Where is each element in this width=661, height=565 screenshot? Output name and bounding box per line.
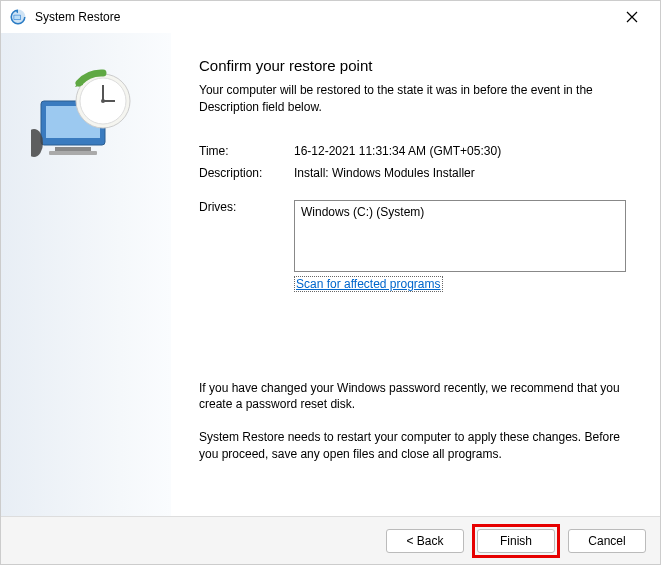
main-panel: Confirm your restore point Your computer…: [171, 33, 660, 516]
scan-link-row: Scan for affected programs: [294, 276, 632, 292]
content-area: Confirm your restore point Your computer…: [1, 33, 660, 516]
system-restore-icon: [9, 8, 27, 26]
page-heading: Confirm your restore point: [199, 57, 632, 74]
svg-point-12: [101, 99, 105, 103]
close-icon: [626, 11, 638, 23]
footer: < Back Finish Cancel: [1, 516, 660, 565]
svg-rect-5: [55, 147, 91, 151]
svg-rect-2: [14, 16, 20, 20]
close-button[interactable]: [612, 3, 652, 31]
time-row: Time: 16-12-2021 11:31:34 AM (GMT+05:30): [199, 144, 632, 158]
drives-label: Drives:: [199, 200, 294, 272]
time-label: Time:: [199, 144, 294, 158]
back-button[interactable]: < Back: [386, 529, 464, 553]
description-value: Install: Windows Modules Installer: [294, 166, 632, 180]
window-title: System Restore: [35, 10, 612, 24]
titlebar: System Restore: [1, 1, 660, 33]
description-label: Description:: [199, 166, 294, 180]
password-info-text: If you have changed your Windows passwor…: [199, 380, 632, 414]
finish-button[interactable]: Finish: [477, 529, 555, 553]
info-block: If you have changed your Windows passwor…: [199, 380, 632, 463]
finish-highlight: Finish: [472, 524, 560, 558]
cancel-button[interactable]: Cancel: [568, 529, 646, 553]
restart-info-text: System Restore needs to restart your com…: [199, 429, 632, 463]
drive-item[interactable]: Windows (C:) (System): [301, 205, 619, 219]
svg-rect-6: [49, 151, 97, 155]
scan-affected-programs-link[interactable]: Scan for affected programs: [294, 276, 443, 292]
page-subtext: Your computer will be restored to the st…: [199, 82, 632, 116]
drives-listbox[interactable]: Windows (C:) (System): [294, 200, 626, 272]
left-panel: [1, 33, 171, 516]
restore-graphic-icon: [31, 63, 141, 163]
description-row: Description: Install: Windows Modules In…: [199, 166, 632, 180]
time-value: 16-12-2021 11:31:34 AM (GMT+05:30): [294, 144, 632, 158]
drives-row: Drives: Windows (C:) (System): [199, 200, 632, 272]
